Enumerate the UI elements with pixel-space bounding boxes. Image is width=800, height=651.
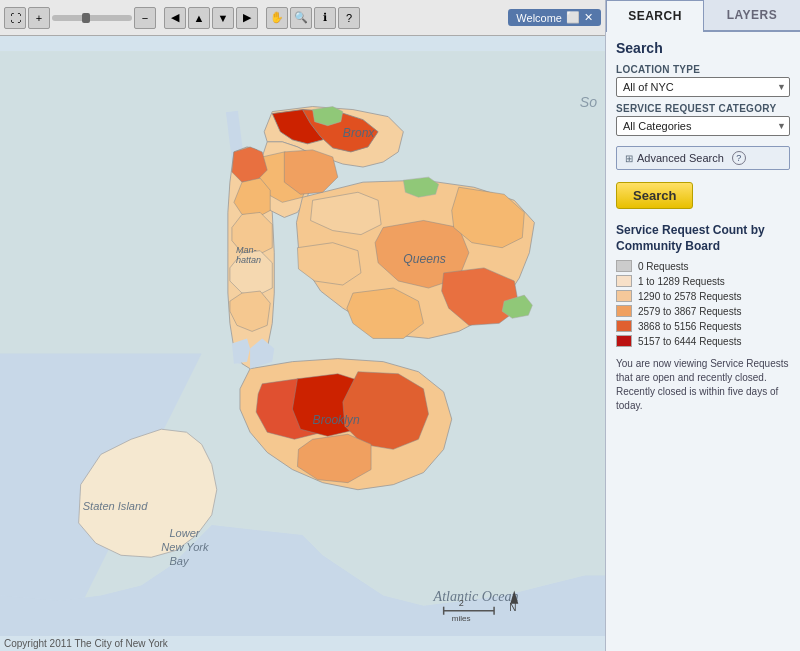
svg-text:Bay: Bay bbox=[169, 555, 190, 567]
svg-text:New York: New York bbox=[161, 541, 209, 553]
legend-label-5: 5157 to 6444 Requests bbox=[638, 336, 741, 347]
legend-label-1: 1 to 1289 Requests bbox=[638, 276, 725, 287]
svg-text:Lower: Lower bbox=[169, 527, 200, 539]
svg-text:Staten Island: Staten Island bbox=[83, 500, 149, 512]
legend-swatch-5 bbox=[616, 335, 632, 347]
welcome-expand-icon[interactable]: ⬜ bbox=[566, 11, 580, 24]
pan-right-btn[interactable]: ▶ bbox=[236, 7, 258, 29]
advanced-search-icon: ⊞ bbox=[625, 153, 633, 164]
map-toolbar: ⛶ + − ◀ ▲ ▼ ▶ ✋ 🔍 ℹ ? Welcome ⬜ ✕ bbox=[0, 0, 605, 36]
help-btn[interactable]: ? bbox=[338, 7, 360, 29]
zoom-box-btn[interactable]: 🔍 bbox=[290, 7, 312, 29]
tab-search[interactable]: SEARCH bbox=[606, 0, 704, 32]
zoom-full-btn[interactable]: ⛶ bbox=[4, 7, 26, 29]
welcome-badge: Welcome ⬜ ✕ bbox=[508, 9, 601, 26]
zoom-out-btn[interactable]: − bbox=[134, 7, 156, 29]
tab-layers[interactable]: LAYERS bbox=[704, 0, 800, 30]
advanced-search-label: Advanced Search bbox=[637, 152, 724, 164]
zoom-in-btn[interactable]: + bbox=[28, 7, 50, 29]
legend-label-4: 3868 to 5156 Requests bbox=[638, 321, 741, 332]
advanced-search-toggle[interactable]: ⊞ Advanced Search ? bbox=[616, 146, 790, 170]
svg-text:Brooklyn: Brooklyn bbox=[313, 413, 360, 427]
legend-title: Service Request Count by Community Board bbox=[616, 223, 790, 254]
legend-swatch-4 bbox=[616, 320, 632, 332]
svg-text:Atlantic Ocean: Atlantic Ocean bbox=[433, 588, 519, 604]
welcome-label: Welcome bbox=[516, 12, 562, 24]
legend-swatch-0 bbox=[616, 260, 632, 272]
help-circle-icon[interactable]: ? bbox=[732, 151, 746, 165]
legend-label-0: 0 Requests bbox=[638, 261, 689, 272]
pan-left-btn[interactable]: ◀ bbox=[164, 7, 186, 29]
location-type-label: LOCATION TYPE bbox=[616, 64, 790, 75]
location-type-wrapper: All of NYC Borough Community Board Zip C… bbox=[616, 77, 790, 97]
legend-label-3: 2579 to 3867 Requests bbox=[638, 306, 741, 317]
pan-tool-btn[interactable]: ✋ bbox=[266, 7, 288, 29]
service-request-label: SERVICE REQUEST CATEGORY bbox=[616, 103, 790, 114]
copyright-text: Copyright 2011 The City of New York bbox=[4, 638, 168, 649]
service-request-wrapper: All Categories Street Condition Noise Pl… bbox=[616, 116, 790, 136]
right-panel: SEARCH LAYERS Search LOCATION TYPE All o… bbox=[605, 0, 800, 651]
pan-down-btn[interactable]: ▼ bbox=[212, 7, 234, 29]
legend-item-0: 0 Requests bbox=[616, 260, 790, 272]
map-area[interactable]: ⛶ + − ◀ ▲ ▼ ▶ ✋ 🔍 ℹ ? Welcome ⬜ ✕ bbox=[0, 0, 605, 651]
legend-swatch-1 bbox=[616, 275, 632, 287]
legend-item-2: 1290 to 2578 Requests bbox=[616, 290, 790, 302]
svg-text:So: So bbox=[580, 94, 597, 110]
nyc-map[interactable]: Staten Island Lower New York Bay Bronx B… bbox=[0, 36, 605, 651]
svg-text:Queens: Queens bbox=[403, 252, 445, 266]
svg-text:Man-: Man- bbox=[236, 245, 257, 255]
svg-text:hattan: hattan bbox=[236, 255, 261, 265]
info-text: You are now viewing Service Requests tha… bbox=[616, 357, 790, 413]
panel-tabs: SEARCH LAYERS bbox=[606, 0, 800, 32]
welcome-close-icon[interactable]: ✕ bbox=[584, 11, 593, 24]
search-button[interactable]: Search bbox=[616, 182, 693, 209]
pan-up-btn[interactable]: ▲ bbox=[188, 7, 210, 29]
legend-swatch-3 bbox=[616, 305, 632, 317]
location-type-select[interactable]: All of NYC Borough Community Board Zip C… bbox=[616, 77, 790, 97]
svg-text:2: 2 bbox=[459, 598, 464, 608]
panel-content: Search LOCATION TYPE All of NYC Borough … bbox=[606, 32, 800, 651]
legend-item-5: 5157 to 6444 Requests bbox=[616, 335, 790, 347]
legend: Service Request Count by Community Board… bbox=[616, 223, 790, 347]
legend-item-4: 3868 to 5156 Requests bbox=[616, 320, 790, 332]
legend-swatch-2 bbox=[616, 290, 632, 302]
svg-text:miles: miles bbox=[452, 614, 471, 623]
legend-item-1: 1 to 1289 Requests bbox=[616, 275, 790, 287]
legend-label-2: 1290 to 2578 Requests bbox=[638, 291, 741, 302]
search-section-title: Search bbox=[616, 40, 790, 56]
legend-item-3: 2579 to 3867 Requests bbox=[616, 305, 790, 317]
info-btn[interactable]: ℹ bbox=[314, 7, 336, 29]
svg-text:Bronx: Bronx bbox=[343, 126, 376, 140]
service-request-select[interactable]: All Categories Street Condition Noise Pl… bbox=[616, 116, 790, 136]
